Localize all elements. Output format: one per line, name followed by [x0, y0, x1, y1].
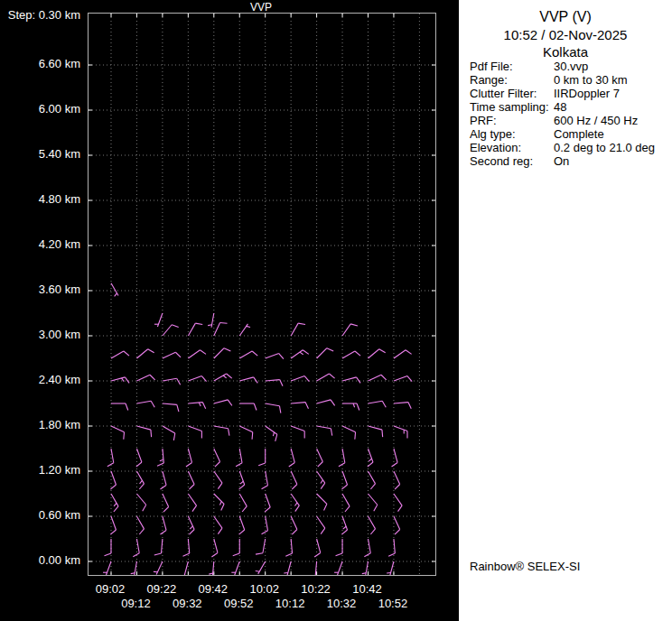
field-row: PRF:600 Hz / 450 Hz: [470, 114, 668, 127]
x-tick-label: 09:22: [147, 582, 177, 596]
x-tick-label: 10:12: [275, 597, 305, 610]
field-value: 30.vvp: [554, 60, 668, 73]
field-label: Time sampling:: [470, 100, 554, 114]
panel-title: VVP (V): [459, 9, 672, 25]
brand-footer: Rainbow® SELEX-SI: [470, 560, 580, 573]
field-label: Second reg:: [470, 154, 554, 168]
x-tick-label: 10:32: [327, 597, 357, 610]
field-row: Pdf File:30.vvp: [470, 60, 668, 73]
field-label: Pdf File:: [470, 60, 554, 73]
x-axis: 09:0209:1209:2209:3209:4209:5210:0210:12…: [0, 0, 459, 621]
info-fields: Pdf File:30.vvpRange:0 km to 30 kmClutte…: [470, 60, 668, 168]
field-row: Time sampling:48: [470, 100, 668, 114]
field-value: Complete: [554, 127, 668, 141]
x-tick-label: 10:02: [249, 582, 279, 596]
field-value: 48: [554, 100, 668, 114]
panel-site: Kolkata: [459, 44, 672, 60]
field-label: Alg type:: [470, 127, 554, 141]
x-tick-label: 09:12: [121, 597, 151, 610]
x-tick-label: 09:02: [96, 582, 126, 596]
field-value: 0.2 deg to 21.0 deg: [554, 141, 668, 154]
info-panel: VVP (V) 10:52 / 02-Nov-2025 Kolkata Pdf …: [459, 0, 672, 621]
field-row: Elevation:0.2 deg to 21.0 deg: [470, 141, 668, 154]
field-value: IIRDoppler 7: [554, 87, 668, 100]
panel-datetime: 10:52 / 02-Nov-2025: [459, 27, 672, 42]
field-row: Clutter Filter:IIRDoppler 7: [470, 87, 668, 100]
field-label: PRF:: [470, 114, 554, 127]
field-value: 0 km to 30 km: [554, 73, 668, 87]
field-row: Alg type:Complete: [470, 127, 668, 141]
field-value: On: [554, 154, 668, 168]
field-row: Second reg:On: [470, 154, 668, 168]
field-label: Elevation:: [470, 141, 554, 154]
x-tick-label: 09:52: [224, 597, 254, 610]
field-value: 600 Hz / 450 Hz: [554, 114, 668, 127]
vvp-window: VVP Step: 0.30 km 6.60 km6.00 km5.40 km4…: [0, 0, 672, 621]
x-tick-label: 09:42: [199, 582, 229, 596]
x-tick-label: 09:32: [173, 597, 202, 610]
field-label: Clutter Filter:: [470, 87, 554, 100]
field-label: Range:: [470, 73, 554, 87]
x-tick-label: 10:22: [301, 582, 331, 596]
field-row: Range:0 km to 30 km: [470, 73, 668, 87]
x-tick-label: 10:52: [378, 597, 408, 610]
x-tick-label: 10:42: [352, 582, 382, 596]
